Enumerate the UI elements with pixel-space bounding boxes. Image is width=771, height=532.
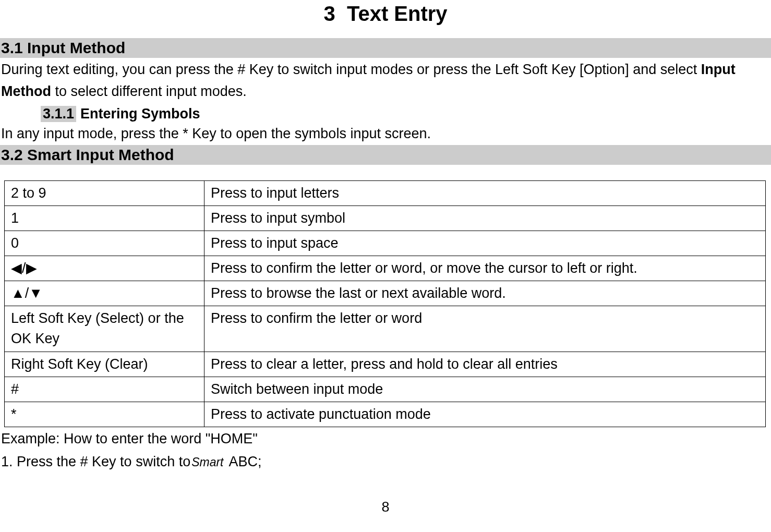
smart-abc-icon: Smart: [190, 453, 225, 472]
para-text-b: to select different input modes.: [51, 83, 247, 99]
key-cell: 1: [5, 205, 204, 231]
table-row: ◀/▶ Press to confirm the letter or word,…: [5, 256, 766, 281]
example-step-1: 1. Press the # Key to switch toSmart ABC…: [1, 451, 770, 473]
table-row: Right Soft Key (Clear) Press to clear a …: [5, 352, 766, 377]
example-title: Example: How to enter the word "HOME": [1, 428, 770, 450]
table-row: 0 Press to input space: [5, 231, 766, 256]
table-row: * Press to activate punctuation mode: [5, 402, 766, 427]
key-cell: *: [5, 402, 204, 427]
section-3-1-heading: 3.1 Input Method: [0, 38, 771, 58]
chapter-title-text: Text Entry: [347, 2, 448, 25]
table-row: 1 Press to input symbol: [5, 205, 766, 231]
subsection-3-1-1-heading: 3.1.1 Entering Symbols: [41, 106, 771, 122]
subsection-3-1-1-paragraph: In any input mode, press the * Key to op…: [1, 123, 770, 145]
step1-text-a: 1. Press the # Key to switch to: [1, 454, 190, 469]
subsection-number: 3.1.1: [41, 106, 76, 122]
desc-cell: Press to confirm the letter or word: [204, 306, 766, 352]
chapter-title: 3 Text Entry: [0, 2, 771, 26]
table-row: ▲/▼ Press to browse the last or next ava…: [5, 281, 766, 306]
section-3-2-heading: 3.2 Smart Input Method: [0, 145, 771, 165]
desc-cell: Press to clear a letter, press and hold …: [204, 352, 766, 377]
step1-bold: ABC: [229, 454, 258, 469]
desc-cell: Press to activate punctuation mode: [204, 402, 766, 427]
key-cell: 2 to 9: [5, 180, 204, 205]
key-cell: #: [5, 377, 204, 402]
para-text-a: During text editing, you can press the #…: [1, 62, 701, 77]
table-row: # Switch between input mode: [5, 377, 766, 402]
desc-cell: Press to input symbol: [204, 205, 766, 231]
key-cell: Left Soft Key (Select) or the OK Key: [5, 306, 204, 352]
page-number: 8: [0, 499, 771, 515]
desc-cell: Press to input letters: [204, 180, 766, 205]
table-row: Left Soft Key (Select) or the OK Key Pre…: [5, 306, 766, 352]
key-cell: ◀/▶: [5, 256, 204, 281]
subsection-title: Entering Symbols: [80, 106, 200, 122]
desc-cell: Press to confirm the letter or word, or …: [204, 256, 766, 281]
step1-tail: ;: [258, 454, 262, 469]
desc-cell: Press to browse the last or next availab…: [204, 281, 766, 306]
chapter-number: 3: [323, 2, 335, 25]
key-cell: 0: [5, 231, 204, 256]
key-cell: Right Soft Key (Clear): [5, 352, 204, 377]
section-3-1-paragraph: During text editing, you can press the #…: [1, 59, 770, 103]
desc-cell: Switch between input mode: [204, 377, 766, 402]
desc-cell: Press to input space: [204, 231, 766, 256]
smart-input-table: 2 to 9 Press to input letters 1 Press to…: [4, 180, 766, 427]
table-row: 2 to 9 Press to input letters: [5, 180, 766, 205]
key-cell: ▲/▼: [5, 281, 204, 306]
